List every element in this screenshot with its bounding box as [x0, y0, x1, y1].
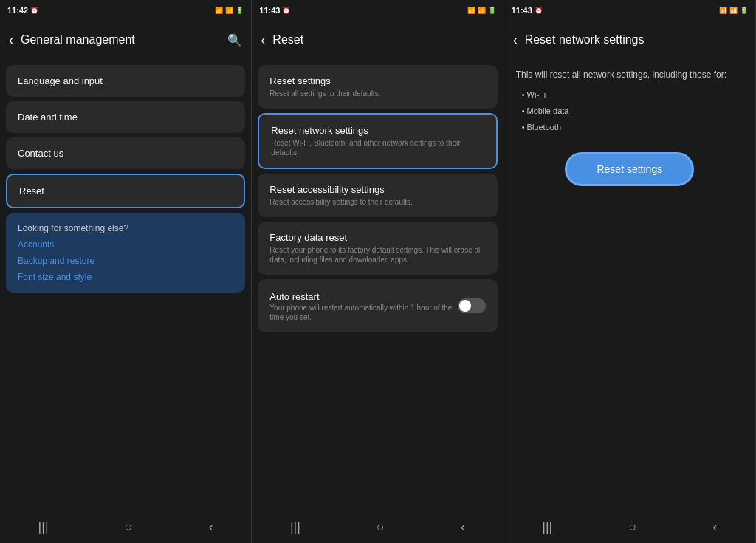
back-button-3[interactable]: ‹ — [513, 33, 518, 48]
reset-settings-button[interactable]: Reset settings — [565, 152, 694, 186]
bullet-mobile: • Mobile data — [510, 105, 749, 117]
status-bar-1: 11:42 ⏰ 📶 📶 🔋 — [0, 0, 251, 21]
nav-back-1[interactable]: ‹ — [209, 519, 213, 535]
battery-icon-3: 🔋 — [740, 7, 748, 14]
signal-icon-2: 📶 — [478, 7, 486, 14]
reset-button-container: Reset settings — [510, 137, 749, 201]
nav-back-3[interactable]: ‹ — [712, 519, 717, 535]
page-title-2: Reset — [272, 33, 494, 47]
status-time-2: 11:43 ⏰ — [259, 6, 290, 15]
nav-bar-2: ||| ○ ‹ — [252, 510, 503, 543]
status-icons-3: 📶 📶 🔋 — [719, 7, 748, 14]
auto-restart-toggle[interactable] — [458, 298, 486, 313]
back-button-1[interactable]: ‹ — [9, 33, 13, 48]
suggestion-link-backup[interactable]: Backup and restore — [18, 256, 233, 266]
wifi-icon: 📶 — [215, 7, 223, 14]
battery-icon: 🔋 — [236, 7, 244, 14]
nav-back-2[interactable]: ‹ — [461, 519, 465, 535]
panel-general-management: 11:42 ⏰ 📶 📶 🔋 ‹ General management 🔍 Lan… — [0, 0, 252, 543]
suggestion-link-accounts[interactable]: Accounts — [18, 239, 233, 250]
status-icons-2: 📶 📶 🔋 — [467, 7, 496, 14]
status-time-1: 11:42 ⏰ — [7, 6, 38, 15]
nav-bar-1: ||| ○ ‹ — [0, 510, 251, 543]
top-bar-1: ‹ General management 🔍 — [0, 21, 251, 59]
menu-item-factory-reset[interactable]: Factory data reset Reset your phone to i… — [258, 222, 497, 275]
top-bar-3: ‹ Reset network settings — [504, 21, 755, 59]
bullet-wifi: • Wi-Fi — [510, 89, 749, 100]
panel-reset: 11:43 ⏰ 📶 📶 🔋 ‹ Reset Reset settings Res… — [252, 0, 504, 543]
nav-recent-2[interactable]: ||| — [290, 519, 300, 535]
menu-item-contact[interactable]: Contact us — [6, 137, 245, 169]
wifi-icon-2: 📶 — [467, 7, 475, 14]
search-icon-1[interactable]: 🔍 — [227, 33, 242, 47]
page-title-1: General management — [21, 33, 227, 47]
status-bar-2: 11:43 ⏰ 📶 📶 🔋 — [252, 0, 503, 21]
content-1: Language and input Date and time Contact… — [0, 59, 251, 510]
menu-item-reset-accessibility[interactable]: Reset accessibility settings Reset acces… — [258, 174, 497, 217]
menu-item-language[interactable]: Language and input — [6, 65, 245, 97]
info-text: This will reset all network settings, in… — [510, 65, 749, 84]
menu-item-reset-settings[interactable]: Reset settings Reset all settings to the… — [258, 65, 497, 109]
nav-recent-1[interactable]: ||| — [38, 519, 49, 535]
suggestion-box: Looking for something else? Accounts Bac… — [6, 213, 245, 293]
wifi-icon-3: 📶 — [719, 7, 727, 14]
nav-bar-3: ||| ○ ‹ — [504, 510, 755, 543]
auto-restart-row: Auto restart Your phone will restart aut… — [269, 290, 485, 322]
bullet-bluetooth: • Bluetooth — [510, 121, 749, 133]
status-time-3: 11:43 ⏰ — [512, 6, 543, 15]
suggestion-link-font[interactable]: Font size and style — [18, 272, 233, 282]
page-title-3: Reset network settings — [525, 33, 746, 47]
menu-item-date[interactable]: Date and time — [6, 101, 245, 133]
nav-recent-3[interactable]: ||| — [542, 519, 552, 535]
menu-item-reset-network[interactable]: Reset network settings Reset Wi-Fi, Blue… — [258, 113, 497, 169]
menu-item-reset[interactable]: Reset — [6, 174, 245, 208]
auto-restart-text: Auto restart Your phone will restart aut… — [269, 290, 457, 322]
alarm-icon-3: ⏰ — [535, 7, 543, 14]
nav-home-2[interactable]: ○ — [377, 519, 385, 535]
battery-icon-2: 🔋 — [488, 7, 496, 14]
status-icons-1: 📶 📶 🔋 — [215, 7, 244, 14]
content-2: Reset settings Reset all settings to the… — [252, 59, 503, 510]
status-bar-3: 11:43 ⏰ 📶 📶 🔋 — [504, 0, 755, 21]
menu-item-auto-restart[interactable]: Auto restart Your phone will restart aut… — [258, 279, 497, 332]
nav-home-1[interactable]: ○ — [125, 519, 133, 535]
nav-home-3[interactable]: ○ — [628, 519, 636, 535]
alarm-icon-2: ⏰ — [282, 7, 290, 14]
alarm-icon: ⏰ — [30, 7, 38, 14]
top-bar-2: ‹ Reset — [252, 21, 503, 59]
signal-icon: 📶 — [225, 7, 233, 14]
panel-reset-network-settings: 11:43 ⏰ 📶 📶 🔋 ‹ Reset network settings T… — [504, 0, 756, 543]
back-button-2[interactable]: ‹ — [261, 33, 265, 48]
signal-icon-3: 📶 — [729, 7, 738, 14]
content-3: This will reset all network settings, in… — [504, 59, 755, 510]
